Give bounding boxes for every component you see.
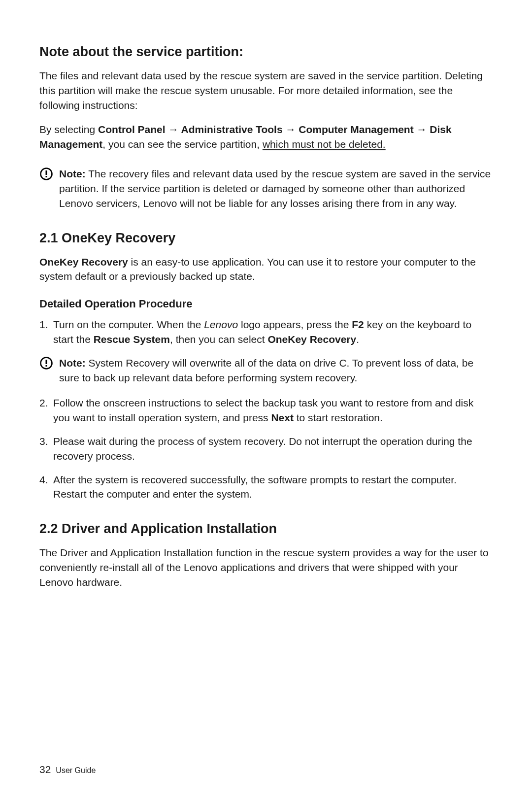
note-block-liability: Note: The recovery files and relevant da… (39, 167, 493, 210)
svg-rect-5 (46, 365, 47, 367)
note-label: Note: (59, 357, 86, 369)
arrow-icon: → (414, 124, 430, 135)
para-driver-install: The Driver and Application Installation … (39, 545, 493, 589)
footer-label: User Guide (56, 766, 96, 775)
attention-icon (39, 356, 53, 370)
text: Follow the onscreen instructions to sele… (53, 397, 473, 423)
list-item: Follow the onscreen instructions to sele… (39, 396, 493, 425)
arrow-icon: → (283, 124, 299, 135)
heading-service-partition: Note about the service partition: (39, 44, 493, 60)
note-body: System Recovery will overwrite all of th… (59, 357, 473, 383)
text: , you can see the service partition, (102, 138, 263, 150)
attention-icon (39, 167, 53, 181)
page-footer: 32User Guide (39, 764, 96, 775)
procedure-list-cont: Follow the onscreen instructions to sele… (39, 396, 493, 502)
note-block-overwrite: Note: System Recovery will overwrite all… (39, 356, 493, 385)
para-onekey-intro: OneKey Recovery is an easy-to use applic… (39, 255, 493, 284)
text-bold-f2: F2 (352, 319, 364, 330)
text-bold-onekey: OneKey Recovery (39, 256, 128, 268)
svg-rect-4 (46, 360, 47, 364)
text: Turn on the computer. When the (53, 319, 204, 330)
list-item: After the system is recovered successful… (39, 472, 493, 502)
list-item: Turn on the computer. When the Lenovo lo… (39, 317, 493, 347)
note-body: The recovery files and relevant data use… (59, 168, 491, 209)
note-text: Note: System Recovery will overwrite all… (59, 356, 493, 385)
para-navigation-path: By selecting Control Panel → Administrat… (39, 122, 493, 152)
text-italic-lenovo: Lenovo (204, 319, 238, 330)
svg-rect-2 (46, 176, 47, 177)
text: By selecting (39, 124, 98, 135)
text-underlined-warning: which must not be deleted. (263, 138, 386, 150)
svg-rect-1 (46, 170, 47, 175)
list-item: Please wait during the process of system… (39, 434, 493, 464)
nav-computer-mgmt: Computer Management (299, 124, 413, 135)
procedure-list: Turn on the computer. When the Lenovo lo… (39, 317, 493, 347)
heading-onekey-recovery: 2.1 OneKey Recovery (39, 231, 493, 246)
para-service-partition: The files and relevant data used by the … (39, 68, 493, 112)
note-label: Note: (59, 168, 86, 179)
text-bold-next: Next (271, 412, 294, 423)
text: , then you can select (170, 334, 267, 345)
heading-procedure: Detailed Operation Procedure (39, 298, 493, 310)
heading-driver-install: 2.2 Driver and Application Installation (39, 521, 493, 537)
page-content: Note about the service partition: The fi… (39, 44, 493, 600)
text: to start restoration. (294, 412, 383, 423)
text-bold-rescue: Rescue System (94, 334, 170, 345)
nav-admin-tools: Administrative Tools (181, 124, 282, 135)
text: logo appears, press the (238, 319, 352, 330)
text-bold-okr: OneKey Recovery (267, 334, 356, 345)
arrow-icon: → (166, 124, 181, 135)
note-text: Note: The recovery files and relevant da… (59, 167, 493, 210)
page-number: 32 (39, 764, 51, 775)
text: . (356, 334, 359, 345)
nav-control-panel: Control Panel (98, 124, 166, 135)
